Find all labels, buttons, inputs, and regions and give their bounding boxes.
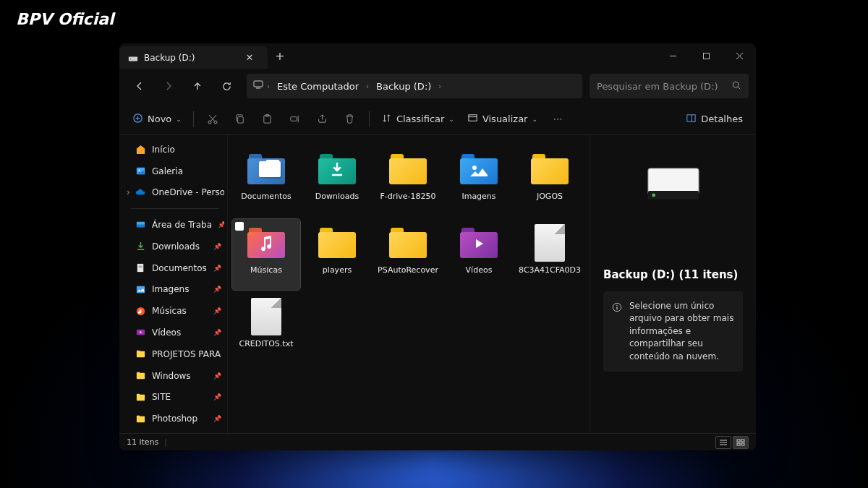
sidebar-divider — [131, 208, 218, 209]
sidebar-item-gallery[interactable]: Galeria — [125, 161, 224, 181]
details-pane-icon — [686, 113, 697, 126]
minimize-button[interactable] — [656, 43, 689, 69]
item-creditos-txt[interactable]: CREDITOS.txt — [232, 293, 300, 364]
sidebar-item-label: Documentos — [152, 263, 207, 273]
breadcrumb-bar[interactable]: › Este Computador › Backup (D:) › — [247, 74, 582, 98]
svg-rect-41 — [737, 443, 740, 445]
pin-icon: 📌 — [213, 372, 221, 380]
tab-title: Backup (D:) — [144, 53, 234, 63]
pin-icon: 📌 — [213, 286, 221, 293]
svg-rect-25 — [139, 267, 142, 268]
sidebar-item-músicas[interactable]: Músicas📌 — [125, 301, 224, 321]
sidebar-item-windows[interactable]: Windows📌 — [125, 366, 224, 386]
svg-rect-15 — [469, 114, 477, 120]
separator: | — [164, 437, 167, 447]
sidebar-item-site[interactable]: SITE📌 — [125, 387, 224, 407]
item-f-drive-18250[interactable]: F-drive-18250 — [374, 145, 442, 216]
pc-icon — [252, 79, 264, 93]
home-icon — [135, 144, 146, 155]
search-bar[interactable] — [590, 74, 749, 98]
sort-button[interactable]: Classificar ⌄ — [375, 108, 460, 131]
sidebar[interactable]: InícioGaleriaOneDrive - PersoÁrea de Tra… — [119, 135, 228, 433]
item-thumb — [458, 151, 500, 187]
maximize-button[interactable] — [689, 43, 723, 69]
item-imagens[interactable]: Imagens — [445, 145, 513, 216]
item-label: Documentos — [241, 192, 291, 202]
chevron-right-icon: › — [267, 82, 270, 90]
search-input[interactable] — [597, 81, 726, 92]
sidebar-item-label: Windows — [152, 371, 191, 381]
sidebar-item-photoshop[interactable]: Photoshop📌 — [125, 408, 224, 429]
new-label: Novo — [148, 114, 171, 124]
sidebar-item-home[interactable]: Início — [125, 140, 224, 160]
icon-view-button[interactable] — [733, 436, 749, 449]
view-icon — [467, 113, 478, 126]
item-label: 8C3A41CFA0D3 — [519, 265, 581, 275]
body: InícioGaleriaOneDrive - PersoÁrea de Tra… — [119, 135, 756, 433]
item-label: Vídeos — [466, 265, 493, 275]
status-count: 11 itens — [127, 437, 158, 447]
view-button[interactable]: Visualizar ⌄ — [461, 108, 543, 131]
svg-rect-39 — [737, 440, 740, 442]
item-downloads[interactable]: Downloads — [303, 145, 371, 216]
close-button[interactable] — [723, 43, 756, 69]
tab-close-button[interactable]: ✕ — [240, 48, 259, 67]
sidebar-item-label: Downloads — [152, 241, 200, 252]
pin-icon: 📌 — [213, 265, 221, 272]
sidebar-item-onedrive[interactable]: OneDrive - Perso — [125, 183, 224, 203]
sidebar-item-label: Músicas — [152, 306, 187, 316]
delete-button[interactable] — [337, 108, 363, 131]
search-icon — [731, 80, 741, 93]
item-8c3a41cfa0d3[interactable]: 8C3A41CFA0D3 — [516, 219, 584, 290]
share-button[interactable] — [310, 108, 336, 131]
up-button[interactable] — [184, 74, 210, 98]
pin-icon: 📌 — [213, 243, 221, 250]
paste-button[interactable] — [255, 108, 281, 131]
gallery-icon — [135, 166, 146, 176]
refresh-button[interactable] — [213, 74, 239, 98]
sidebar-item-vídeos[interactable]: Vídeos📌 — [125, 322, 224, 343]
tab-backup[interactable]: Backup (D:) ✕ — [119, 46, 268, 69]
more-button[interactable]: ⋯ — [545, 108, 571, 131]
svg-point-9 — [208, 121, 211, 124]
titlebar: Backup (D:) ✕ + — [119, 43, 756, 69]
breadcrumb-item[interactable]: Backup (D:) — [372, 78, 435, 95]
desktop-icon — [135, 220, 146, 231]
sidebar-item-label: Início — [152, 145, 175, 155]
pin-icon: 📌 — [218, 221, 224, 228]
content-area[interactable]: DocumentosDownloadsF-drive-18250ImagensJ… — [228, 135, 590, 433]
breadcrumb-item[interactable]: Este Computador — [273, 78, 363, 95]
sidebar-item-área-de-traba[interactable]: Área de Traba📌 — [125, 215, 224, 235]
item-label: Imagens — [461, 192, 495, 202]
item-thumb — [387, 225, 429, 261]
sort-icon — [381, 113, 392, 126]
sidebar-item-imagens[interactable]: Imagens📌 — [125, 280, 224, 300]
details-pane-button[interactable]: Detalhes — [680, 108, 749, 131]
watermark: BPV Oficial — [16, 10, 114, 28]
plus-circle-icon — [132, 113, 143, 126]
download-icon — [135, 241, 146, 252]
sidebar-item-documentos[interactable]: Documentos📌 — [125, 258, 224, 278]
cut-button[interactable] — [200, 108, 226, 131]
item-m-sicas[interactable]: Músicas — [232, 219, 300, 290]
new-tab-button[interactable]: + — [268, 43, 292, 69]
copy-button[interactable] — [227, 108, 253, 131]
item-players[interactable]: players — [303, 219, 371, 290]
item-v-deos[interactable]: Vídeos — [445, 219, 513, 290]
details-pane: Backup (D:) (11 itens) Selecione um únic… — [590, 135, 756, 433]
forward-button[interactable] — [156, 74, 182, 98]
item-documentos[interactable]: Documentos — [232, 145, 300, 216]
sidebar-item-label: SITE — [152, 392, 171, 402]
new-button[interactable]: Novo ⌄ — [127, 108, 187, 131]
svg-rect-3 — [703, 53, 709, 59]
checkbox[interactable] — [235, 222, 244, 231]
item-jogos[interactable]: JOGOS — [516, 145, 584, 216]
back-button[interactable] — [127, 74, 153, 98]
rename-button[interactable] — [282, 108, 308, 131]
document-icon — [135, 262, 146, 273]
item-psautorecover[interactable]: PSAutoRecover — [374, 219, 442, 290]
sidebar-item-projetos-para[interactable]: PROJETOS PARA📌 — [125, 344, 224, 364]
sidebar-item-downloads[interactable]: Downloads📌 — [125, 236, 224, 257]
list-view-button[interactable] — [715, 436, 731, 449]
svg-point-20 — [139, 170, 140, 171]
